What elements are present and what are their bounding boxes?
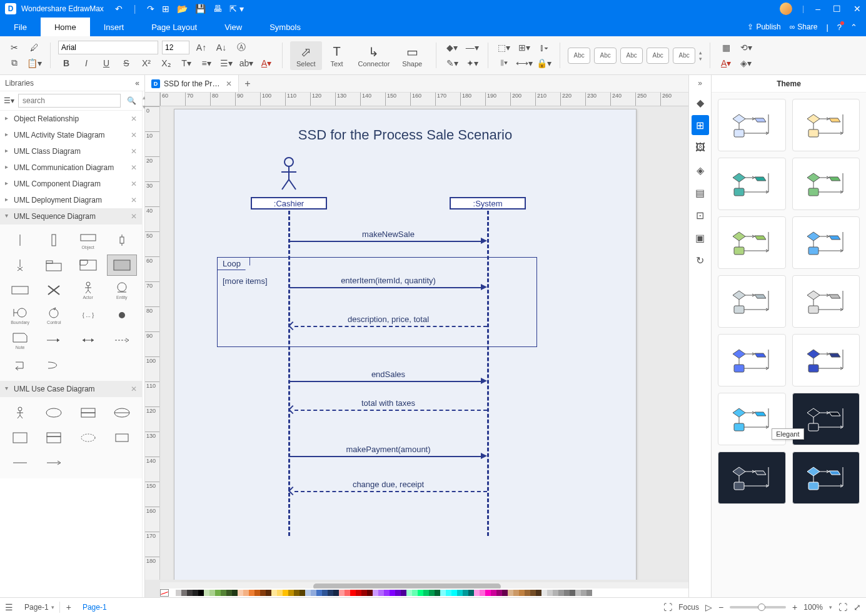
shape-package[interactable] <box>39 255 69 276</box>
document-tab[interactable]: D SSD for the Pro... ✕ <box>145 75 239 92</box>
layers-panel-icon[interactable]: ◈ <box>692 160 709 180</box>
window-minimize-icon[interactable]: – <box>815 4 820 14</box>
shape-self-msg[interactable] <box>5 355 35 376</box>
color-swatch[interactable] <box>390 590 395 596</box>
color-swatch[interactable] <box>553 590 558 596</box>
font-family-input[interactable] <box>58 41 158 54</box>
bold-icon[interactable]: B <box>58 56 74 71</box>
line-style-icon[interactable]: —▾ <box>464 40 480 55</box>
style-preset-2[interactable]: Abc <box>594 48 617 64</box>
shape-activation2[interactable] <box>107 230 137 251</box>
decrease-font-icon[interactable]: A↓ <box>213 40 229 55</box>
shape-x[interactable] <box>39 280 69 301</box>
color-swatch[interactable] <box>187 590 193 596</box>
shape-lifeline[interactable] <box>5 230 35 251</box>
color-swatch[interactable] <box>254 590 260 596</box>
lock-icon[interactable]: 🔒▾ <box>536 56 552 71</box>
new-icon[interactable]: ⊞ <box>162 4 169 14</box>
color-swatch[interactable] <box>328 590 333 596</box>
export-icon[interactable]: ⇱ ▾ <box>229 4 244 14</box>
tab-insert[interactable]: Insert <box>90 18 138 36</box>
color-swatch[interactable] <box>198 590 204 596</box>
lib-section-activity-state[interactable]: ▸UML Activity State Diagram✕ <box>0 127 142 143</box>
close-icon[interactable]: ✕ <box>131 179 137 188</box>
close-icon[interactable]: ✕ <box>131 212 137 221</box>
tab-page-layout[interactable]: Page Layout <box>138 18 211 36</box>
uc-actor[interactable] <box>5 402 35 423</box>
presentation-icon[interactable]: ▷ <box>705 602 712 612</box>
color-swatch[interactable] <box>311 590 316 596</box>
page[interactable]: SSD for the Process Sale Scenario :Cashi… <box>174 109 637 580</box>
uc-collab[interactable] <box>73 427 103 448</box>
color-swatch[interactable] <box>570 590 575 596</box>
color-swatch[interactable] <box>547 590 553 596</box>
text-tool[interactable]: TText <box>322 41 352 70</box>
color-swatch[interactable] <box>485 590 491 596</box>
color-swatch[interactable] <box>300 590 305 596</box>
style-preset-5[interactable]: Abc <box>673 48 695 64</box>
lifeline-cashier-head[interactable]: :Cashier <box>251 197 327 210</box>
uc-usecase[interactable] <box>39 402 69 423</box>
zoom-slider[interactable] <box>730 606 786 608</box>
color-swatch[interactable] <box>226 590 232 596</box>
theme-panel-icon[interactable]: ⊞ <box>692 115 709 135</box>
subscript-icon[interactable]: X₂ <box>158 56 174 71</box>
shape-arrow-both[interactable] <box>73 330 103 351</box>
color-swatch[interactable] <box>283 590 288 596</box>
color-swatch[interactable] <box>541 590 547 596</box>
close-icon[interactable]: ✕ <box>131 131 137 139</box>
shape-class-box[interactable] <box>5 280 35 301</box>
shape-control[interactable]: Control <box>39 305 69 326</box>
align-icon[interactable]: ⫿▾ <box>536 40 552 55</box>
color-swatch[interactable] <box>418 590 423 596</box>
shape-arrow-right[interactable] <box>39 330 69 351</box>
color-swatch[interactable] <box>429 590 435 596</box>
fit-page-icon[interactable]: ⛶ <box>838 602 847 612</box>
more-options-icon[interactable]: ◈▾ <box>738 56 754 71</box>
close-icon[interactable]: ✕ <box>131 196 137 204</box>
shape-actor[interactable]: Actor <box>73 280 103 301</box>
color-swatch[interactable] <box>564 590 570 596</box>
color-swatch[interactable] <box>423 590 429 596</box>
color-swatch[interactable] <box>502 590 508 596</box>
uc-system[interactable] <box>5 427 35 448</box>
loop-fragment[interactable]: Loop [more items] <box>217 257 537 347</box>
focus-label[interactable]: Focus <box>678 603 699 612</box>
color-swatch[interactable] <box>530 590 536 596</box>
color-swatch[interactable] <box>277 590 283 596</box>
color-swatch[interactable] <box>266 590 271 596</box>
color-swatch[interactable] <box>322 590 328 596</box>
close-icon[interactable]: ✕ <box>131 385 137 393</box>
layout-icon[interactable]: ▦ <box>718 40 734 55</box>
redo-icon[interactable]: ↷ <box>147 4 154 14</box>
uc-note[interactable] <box>107 427 137 448</box>
theme-card[interactable] <box>792 334 860 386</box>
color-swatch[interactable] <box>288 590 294 596</box>
shape-tool[interactable]: ▭Shape <box>396 41 428 70</box>
theme-card[interactable] <box>792 452 860 504</box>
color-swatch[interactable] <box>519 590 525 596</box>
fullscreen-icon[interactable]: ⤢ <box>853 602 861 612</box>
distribute2-icon[interactable]: ⟲▾ <box>738 40 754 55</box>
color-swatch[interactable] <box>451 590 457 596</box>
quick-styles-gallery[interactable]: Abc Abc Abc Abc Abc ▴▾ <box>568 48 702 64</box>
color-swatch[interactable] <box>249 590 254 596</box>
color-swatch[interactable] <box>350 590 356 596</box>
paste-icon[interactable]: 📋▾ <box>26 56 43 71</box>
color-swatch[interactable] <box>395 590 401 596</box>
color-swatch[interactable] <box>513 590 519 596</box>
color-swatch[interactable] <box>204 590 209 596</box>
library-menu-icon[interactable]: ☰▾ <box>4 96 14 105</box>
font-size-input[interactable] <box>162 41 189 54</box>
shadow-icon[interactable]: ✦▾ <box>464 56 480 71</box>
color-swatch[interactable] <box>294 590 300 596</box>
publish-button[interactable]: ⇪Publish <box>747 23 780 31</box>
uc-interface[interactable] <box>39 427 69 448</box>
close-tab-icon[interactable]: ✕ <box>226 79 232 88</box>
color-swatch[interactable] <box>384 590 390 596</box>
uc-usecase-label[interactable] <box>73 402 103 423</box>
color-swatch[interactable] <box>581 590 587 596</box>
color-swatch[interactable] <box>345 590 350 596</box>
line-color-icon[interactable]: ✎▾ <box>444 56 460 71</box>
tab-file[interactable]: File <box>0 18 41 36</box>
